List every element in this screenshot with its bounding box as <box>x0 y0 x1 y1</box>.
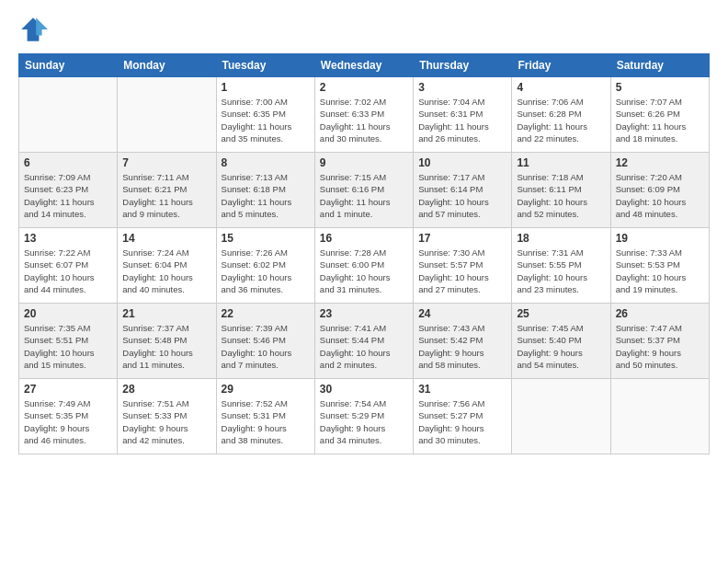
calendar-cell: 26Sunrise: 7:47 AM Sunset: 5:37 PM Dayli… <box>610 304 709 379</box>
day-number: 14 <box>122 232 210 245</box>
day-info: Sunrise: 7:54 AM Sunset: 5:29 PM Dayligh… <box>320 397 408 446</box>
day-info: Sunrise: 7:09 AM Sunset: 6:23 PM Dayligh… <box>24 171 112 220</box>
weekday-header-saturday: Saturday <box>610 54 709 77</box>
weekday-header-thursday: Thursday <box>414 54 512 77</box>
svg-marker-1 <box>36 17 48 35</box>
day-info: Sunrise: 7:43 AM Sunset: 5:42 PM Dayligh… <box>418 322 506 371</box>
calendar-cell: 8Sunrise: 7:13 AM Sunset: 6:18 PM Daylig… <box>216 153 314 228</box>
day-info: Sunrise: 7:31 AM Sunset: 5:55 PM Dayligh… <box>517 247 605 295</box>
calendar-cell: 10Sunrise: 7:17 AM Sunset: 6:14 PM Dayli… <box>414 153 512 228</box>
day-number: 24 <box>418 307 506 320</box>
calendar-cell: 27Sunrise: 7:49 AM Sunset: 5:35 PM Dayli… <box>19 379 118 454</box>
day-number: 29 <box>222 383 310 396</box>
calendar-table: SundayMondayTuesdayWednesdayThursdayFrid… <box>18 53 710 454</box>
day-number: 22 <box>222 307 310 320</box>
day-number: 4 <box>517 81 605 94</box>
day-info: Sunrise: 7:52 AM Sunset: 5:31 PM Dayligh… <box>222 397 310 446</box>
day-number: 6 <box>24 156 112 169</box>
page: SundayMondayTuesdayWednesdayThursdayFrid… <box>0 0 728 563</box>
day-number: 20 <box>24 307 112 320</box>
calendar-cell <box>610 379 709 454</box>
calendar-week-4: 20Sunrise: 7:35 AM Sunset: 5:51 PM Dayli… <box>19 304 710 379</box>
calendar-cell: 12Sunrise: 7:20 AM Sunset: 6:09 PM Dayli… <box>610 153 709 228</box>
day-info: Sunrise: 7:17 AM Sunset: 6:14 PM Dayligh… <box>418 171 506 220</box>
day-number: 11 <box>517 156 605 169</box>
day-info: Sunrise: 7:22 AM Sunset: 6:07 PM Dayligh… <box>24 247 112 295</box>
calendar-cell: 29Sunrise: 7:52 AM Sunset: 5:31 PM Dayli… <box>216 379 314 454</box>
day-info: Sunrise: 7:47 AM Sunset: 5:37 PM Dayligh… <box>616 322 704 371</box>
calendar-cell <box>512 379 610 454</box>
header <box>18 15 710 44</box>
calendar-cell: 28Sunrise: 7:51 AM Sunset: 5:33 PM Dayli… <box>118 379 216 454</box>
day-info: Sunrise: 7:41 AM Sunset: 5:44 PM Dayligh… <box>320 322 408 371</box>
day-info: Sunrise: 7:15 AM Sunset: 6:16 PM Dayligh… <box>320 171 408 220</box>
calendar-cell: 2Sunrise: 7:02 AM Sunset: 6:33 PM Daylig… <box>314 77 413 153</box>
calendar-cell: 1Sunrise: 7:00 AM Sunset: 6:35 PM Daylig… <box>216 77 314 153</box>
day-number: 1 <box>222 81 310 94</box>
day-info: Sunrise: 7:04 AM Sunset: 6:31 PM Dayligh… <box>418 96 506 144</box>
day-info: Sunrise: 7:11 AM Sunset: 6:21 PM Dayligh… <box>122 171 210 220</box>
day-number: 3 <box>418 81 506 94</box>
day-number: 13 <box>24 232 112 245</box>
weekday-header-monday: Monday <box>118 54 216 77</box>
day-number: 21 <box>122 307 210 320</box>
calendar-week-2: 6Sunrise: 7:09 AM Sunset: 6:23 PM Daylig… <box>19 153 710 228</box>
day-info: Sunrise: 7:35 AM Sunset: 5:51 PM Dayligh… <box>24 322 112 371</box>
day-info: Sunrise: 7:33 AM Sunset: 5:53 PM Dayligh… <box>616 247 704 295</box>
day-info: Sunrise: 7:28 AM Sunset: 6:00 PM Dayligh… <box>320 247 408 295</box>
calendar-week-1: 1Sunrise: 7:00 AM Sunset: 6:35 PM Daylig… <box>19 77 710 153</box>
calendar-header-row: SundayMondayTuesdayWednesdayThursdayFrid… <box>19 54 710 77</box>
day-number: 15 <box>222 232 310 245</box>
calendar-cell: 18Sunrise: 7:31 AM Sunset: 5:55 PM Dayli… <box>512 228 610 304</box>
calendar-cell: 11Sunrise: 7:18 AM Sunset: 6:11 PM Dayli… <box>512 153 610 228</box>
day-info: Sunrise: 7:56 AM Sunset: 5:27 PM Dayligh… <box>418 397 506 446</box>
calendar-cell: 5Sunrise: 7:07 AM Sunset: 6:26 PM Daylig… <box>610 77 709 153</box>
day-info: Sunrise: 7:20 AM Sunset: 6:09 PM Dayligh… <box>616 171 704 220</box>
calendar-cell: 22Sunrise: 7:39 AM Sunset: 5:46 PM Dayli… <box>216 304 314 379</box>
day-number: 31 <box>418 383 506 396</box>
calendar-cell: 21Sunrise: 7:37 AM Sunset: 5:48 PM Dayli… <box>118 304 216 379</box>
day-info: Sunrise: 7:37 AM Sunset: 5:48 PM Dayligh… <box>122 322 210 371</box>
calendar-cell: 23Sunrise: 7:41 AM Sunset: 5:44 PM Dayli… <box>314 304 413 379</box>
day-number: 8 <box>222 156 310 169</box>
day-number: 7 <box>122 156 210 169</box>
day-number: 9 <box>320 156 408 169</box>
day-info: Sunrise: 7:07 AM Sunset: 6:26 PM Dayligh… <box>616 96 704 144</box>
calendar-cell: 14Sunrise: 7:24 AM Sunset: 6:04 PM Dayli… <box>118 228 216 304</box>
calendar-cell: 13Sunrise: 7:22 AM Sunset: 6:07 PM Dayli… <box>19 228 118 304</box>
day-number: 30 <box>320 383 408 396</box>
weekday-header-friday: Friday <box>512 54 610 77</box>
weekday-header-sunday: Sunday <box>19 54 118 77</box>
calendar-cell: 30Sunrise: 7:54 AM Sunset: 5:29 PM Dayli… <box>314 379 413 454</box>
day-info: Sunrise: 7:06 AM Sunset: 6:28 PM Dayligh… <box>517 96 605 144</box>
calendar-cell: 7Sunrise: 7:11 AM Sunset: 6:21 PM Daylig… <box>118 153 216 228</box>
day-info: Sunrise: 7:13 AM Sunset: 6:18 PM Dayligh… <box>222 171 310 220</box>
day-info: Sunrise: 7:18 AM Sunset: 6:11 PM Dayligh… <box>517 171 605 220</box>
day-info: Sunrise: 7:51 AM Sunset: 5:33 PM Dayligh… <box>122 397 210 446</box>
day-number: 23 <box>320 307 408 320</box>
calendar-cell: 15Sunrise: 7:26 AM Sunset: 6:02 PM Dayli… <box>216 228 314 304</box>
calendar-cell: 9Sunrise: 7:15 AM Sunset: 6:16 PM Daylig… <box>314 153 413 228</box>
day-info: Sunrise: 7:02 AM Sunset: 6:33 PM Dayligh… <box>320 96 408 144</box>
day-info: Sunrise: 7:45 AM Sunset: 5:40 PM Dayligh… <box>517 322 605 371</box>
calendar-week-5: 27Sunrise: 7:49 AM Sunset: 5:35 PM Dayli… <box>19 379 710 454</box>
calendar-cell: 31Sunrise: 7:56 AM Sunset: 5:27 PM Dayli… <box>414 379 512 454</box>
day-info: Sunrise: 7:26 AM Sunset: 6:02 PM Dayligh… <box>222 247 310 295</box>
day-number: 19 <box>616 232 704 245</box>
day-number: 28 <box>122 383 210 396</box>
day-number: 10 <box>418 156 506 169</box>
calendar-cell: 25Sunrise: 7:45 AM Sunset: 5:40 PM Dayli… <box>512 304 610 379</box>
calendar-cell <box>118 77 216 153</box>
day-number: 16 <box>320 232 408 245</box>
day-number: 25 <box>517 307 605 320</box>
day-number: 12 <box>616 156 704 169</box>
calendar-cell: 6Sunrise: 7:09 AM Sunset: 6:23 PM Daylig… <box>19 153 118 228</box>
day-number: 18 <box>517 232 605 245</box>
day-info: Sunrise: 7:30 AM Sunset: 5:57 PM Dayligh… <box>418 247 506 295</box>
calendar-week-3: 13Sunrise: 7:22 AM Sunset: 6:07 PM Dayli… <box>19 228 710 304</box>
calendar-cell: 20Sunrise: 7:35 AM Sunset: 5:51 PM Dayli… <box>19 304 118 379</box>
day-number: 27 <box>24 383 112 396</box>
calendar-cell: 24Sunrise: 7:43 AM Sunset: 5:42 PM Dayli… <box>414 304 512 379</box>
calendar-cell: 19Sunrise: 7:33 AM Sunset: 5:53 PM Dayli… <box>610 228 709 304</box>
day-number: 2 <box>320 81 408 94</box>
